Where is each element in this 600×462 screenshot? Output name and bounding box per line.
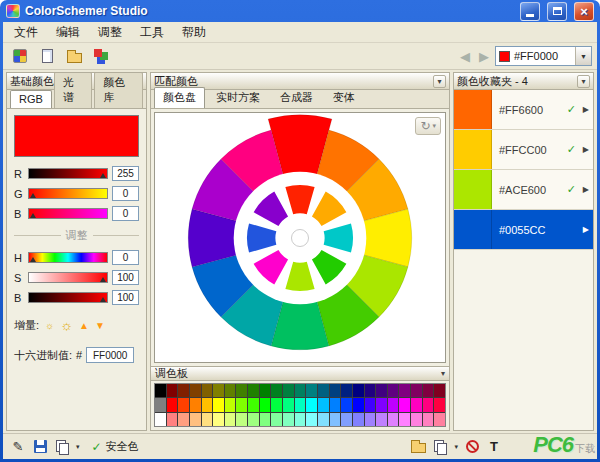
palette-swatch[interactable] (318, 384, 329, 397)
palette-swatch[interactable] (318, 398, 329, 411)
slider-track[interactable] (28, 188, 108, 199)
arrow-right-icon[interactable]: ▶ (583, 105, 593, 114)
palette-swatch[interactable] (190, 398, 201, 411)
palette-swatch[interactable] (388, 413, 399, 426)
favorite-color-item[interactable]: #FF6600 ✓ ▶ (454, 90, 593, 130)
palette-swatch[interactable] (365, 398, 376, 411)
combo-dropdown-button[interactable]: ▼ (575, 47, 591, 65)
palette-swatch[interactable] (306, 413, 317, 426)
palette-swatch[interactable] (178, 384, 189, 397)
palette-swatch[interactable] (178, 398, 189, 411)
color-mode-tab[interactable]: RGB (10, 90, 52, 108)
palette-swatch[interactable] (399, 398, 410, 411)
palette-swatch[interactable] (306, 398, 317, 411)
palette-swatch[interactable] (283, 384, 294, 397)
match-mode-tab[interactable]: 颜色盘 (154, 87, 205, 108)
add-to-favorites-button[interactable] (410, 438, 426, 456)
palette-swatch[interactable] (260, 413, 271, 426)
text-tool-button[interactable]: T (486, 438, 502, 456)
favorite-color-item[interactable]: #FFCC00 ✓ ▶ (454, 130, 593, 170)
palette-swatch[interactable] (225, 398, 236, 411)
copy-scheme-button[interactable] (432, 438, 448, 456)
panel-collapse-button[interactable]: ▾ (433, 75, 446, 88)
palette-swatch[interactable] (167, 384, 178, 397)
slider-value-input[interactable]: 255 (112, 166, 139, 181)
menu-item[interactable]: 帮助 (173, 21, 215, 44)
palette-swatch[interactable] (283, 398, 294, 411)
palette-swatch[interactable] (202, 413, 213, 426)
increment-up-button[interactable]: ▲ (79, 320, 89, 331)
palette-swatch[interactable] (248, 384, 259, 397)
palette-swatch[interactable] (155, 384, 166, 397)
edit-color-button[interactable]: ✎ (10, 438, 26, 456)
match-mode-tab[interactable]: 合成器 (271, 87, 322, 108)
save-color-button[interactable] (32, 438, 48, 456)
palette-swatch[interactable] (365, 384, 376, 397)
slider-marker[interactable] (30, 213, 36, 218)
palette-swatch[interactable] (341, 413, 352, 426)
palette-swatch[interactable] (260, 398, 271, 411)
color-scheme-button[interactable] (8, 45, 32, 67)
slider-track[interactable] (28, 252, 108, 263)
palette-swatch[interactable] (190, 413, 201, 426)
minimize-button[interactable] (520, 2, 540, 21)
palette-swatch[interactable] (271, 398, 282, 411)
palette-swatch[interactable] (167, 398, 178, 411)
palette-swatch[interactable] (271, 413, 282, 426)
palette-swatch[interactable] (388, 398, 399, 411)
titlebar[interactable]: ColorSchemer Studio × (3, 0, 597, 22)
palette-swatch[interactable] (225, 413, 236, 426)
palette-swatch[interactable] (295, 413, 306, 426)
slider-value-input[interactable]: 0 (112, 206, 139, 221)
palette-swatch[interactable] (434, 398, 445, 411)
palette-swatch[interactable] (399, 413, 410, 426)
menu-item[interactable]: 文件 (5, 21, 47, 44)
slider-track[interactable] (28, 168, 108, 179)
palette-swatch[interactable] (353, 384, 364, 397)
palette-swatch[interactable] (271, 384, 282, 397)
scheme-options-button[interactable]: ▾ (454, 443, 458, 451)
palette-swatch[interactable] (353, 413, 364, 426)
favorite-color-item[interactable]: #0055CC ▶ (454, 210, 593, 250)
current-color-combo[interactable]: #FF0000 ▼ (495, 46, 592, 66)
palette-swatch[interactable] (248, 413, 259, 426)
panel-collapse-button[interactable]: ▾ (577, 75, 590, 88)
palette-swatch[interactable] (260, 384, 271, 397)
palette-swatch[interactable] (236, 398, 247, 411)
close-button[interactable]: × (574, 2, 594, 21)
menu-item[interactable]: 编辑 (47, 21, 89, 44)
palette-swatch[interactable] (295, 384, 306, 397)
arrow-right-icon[interactable]: ▶ (583, 185, 593, 194)
slider-value-input[interactable]: 100 (112, 270, 139, 285)
palette-swatch[interactable] (155, 398, 166, 411)
slider-value-input[interactable]: 0 (112, 186, 139, 201)
palette-swatch[interactable] (411, 398, 422, 411)
palette-swatch[interactable] (155, 413, 166, 426)
palette-swatch[interactable] (434, 384, 445, 397)
palette-swatch[interactable] (236, 384, 247, 397)
palette-swatch[interactable] (295, 398, 306, 411)
palette-swatch[interactable] (190, 384, 201, 397)
palette-swatch[interactable] (167, 413, 178, 426)
palette-swatch[interactable] (202, 398, 213, 411)
palette-swatch[interactable] (330, 384, 341, 397)
back-button[interactable]: ◀ (457, 49, 473, 64)
slider-marker[interactable] (30, 257, 36, 262)
palette-swatch[interactable] (341, 398, 352, 411)
copy-options-button[interactable]: ▾ (76, 443, 80, 451)
palette-swatch[interactable] (434, 413, 445, 426)
palette-swatch[interactable] (225, 384, 236, 397)
palette-swatch[interactable] (213, 413, 224, 426)
palette-bar[interactable]: 调色板 ▾ (151, 366, 449, 381)
slider-track[interactable] (28, 292, 108, 303)
palette-swatch[interactable] (248, 398, 259, 411)
slider-marker[interactable] (100, 297, 106, 302)
refresh-button[interactable]: ↻ ▾ (415, 117, 441, 135)
export-button[interactable] (89, 45, 113, 67)
palette-swatch[interactable] (399, 384, 410, 397)
menu-item[interactable]: 调整 (89, 21, 131, 44)
color-mode-tab[interactable]: 光谱 (54, 72, 92, 108)
open-button[interactable] (62, 45, 86, 67)
palette-swatch[interactable] (178, 413, 189, 426)
favorite-color-item[interactable]: #ACE600 ✓ ▶ (454, 170, 593, 210)
